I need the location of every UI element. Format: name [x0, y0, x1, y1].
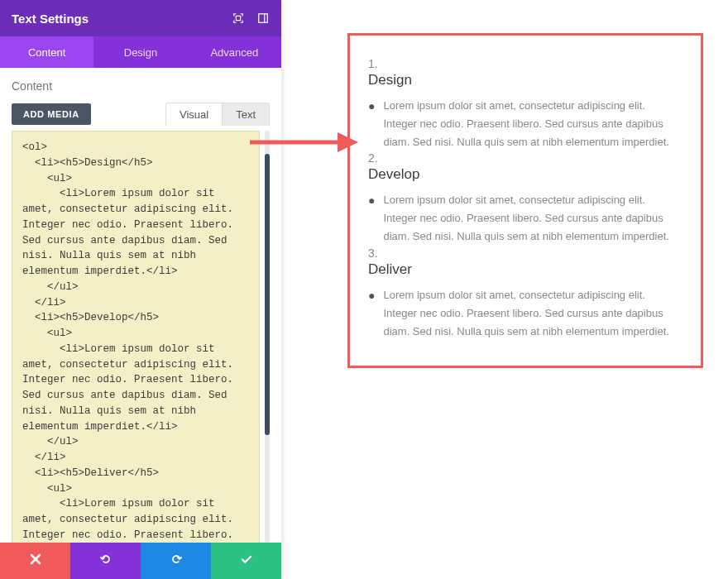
item-number: 1. [368, 57, 681, 70]
confirm-button[interactable] [211, 543, 281, 579]
item-title: Design [368, 72, 681, 89]
item-body-row: ● Lorem ipsum dolor sit amet, consectetu… [368, 97, 681, 151]
content-label: Content [12, 79, 270, 93]
settings-tabs: Content Design Advanced [0, 36, 281, 68]
editor-tab-text[interactable]: Text [222, 103, 270, 126]
preview-area: 1. Design ● Lorem ipsum dolor sit amet, … [281, 0, 728, 579]
preview-box: 1. Design ● Lorem ipsum dolor sit amet, … [347, 33, 703, 368]
close-icon [29, 553, 42, 569]
editor-mode-tabs: Visual Text [165, 103, 270, 126]
item-title: Deliver [368, 261, 681, 278]
list-item: 2. Develop ● Lorem ipsum dolor sit amet,… [368, 151, 681, 246]
panel-title: Text Settings [12, 12, 89, 26]
svg-rect-0 [236, 16, 240, 20]
item-body-row: ● Lorem ipsum dolor sit amet, consectetu… [368, 191, 681, 246]
editor-tab-visual[interactable]: Visual [165, 103, 222, 126]
add-media-button[interactable]: ADD MEDIA [12, 103, 91, 125]
item-body: Lorem ipsum dolor sit amet, consectetur … [383, 286, 681, 341]
item-number: 3. [368, 246, 681, 260]
tab-advanced[interactable]: Advanced [188, 36, 281, 68]
item-body-row: ● Lorem ipsum dolor sit amet, consectetu… [368, 286, 681, 341]
tab-content[interactable]: Content [0, 36, 93, 68]
list-item: 3. Deliver ● Lorem ipsum dolor sit amet,… [368, 246, 681, 341]
tab-design[interactable]: Design [93, 36, 187, 68]
redo-button[interactable] [141, 543, 211, 579]
arrow-icon [247, 126, 358, 159]
cancel-button[interactable] [0, 543, 70, 579]
bullet-icon: ● [368, 286, 375, 341]
toggle-view-icon[interactable] [256, 12, 270, 25]
bullet-icon: ● [368, 191, 375, 246]
content-section: Content ADD MEDIA Visual Text <ol> <li><… [0, 68, 281, 543]
undo-icon [99, 553, 113, 569]
panel-header: Text Settings [0, 0, 281, 36]
code-textarea[interactable]: <ol> <li><h5>Design</h5> <ul> <li>Lorem … [12, 131, 260, 543]
item-number: 2. [368, 151, 681, 165]
check-icon [240, 553, 253, 569]
svg-marker-4 [338, 132, 358, 152]
redo-icon [170, 553, 183, 569]
undo-button[interactable] [70, 543, 141, 579]
svg-rect-1 [259, 14, 268, 23]
settings-panel: Text Settings Content Design Advanced Co… [0, 0, 281, 579]
scrollbar-track[interactable] [265, 131, 270, 543]
scrollbar-thumb[interactable] [265, 154, 270, 435]
item-body: Lorem ipsum dolor sit amet, consectetur … [383, 191, 681, 246]
editor-toolbar: ADD MEDIA Visual Text [12, 103, 270, 126]
editor-container: <ol> <li><h5>Design</h5> <ul> <li>Lorem … [12, 131, 270, 543]
item-title: Develop [368, 166, 681, 183]
item-body: Lorem ipsum dolor sit amet, consectetur … [383, 97, 681, 151]
list-item: 1. Design ● Lorem ipsum dolor sit amet, … [368, 57, 681, 151]
action-bar [0, 543, 281, 579]
header-icons [232, 12, 270, 25]
expand-preview-icon[interactable] [232, 12, 245, 25]
bullet-icon: ● [368, 97, 375, 151]
